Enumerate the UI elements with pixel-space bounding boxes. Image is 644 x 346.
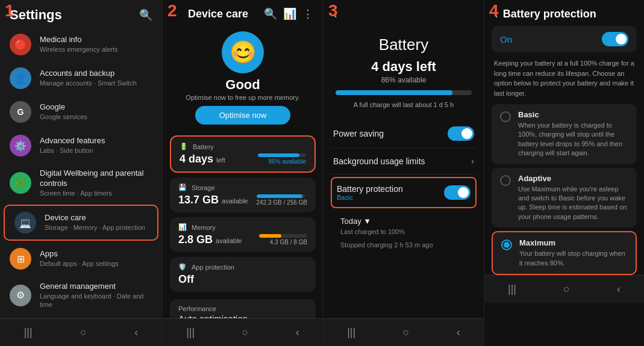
adaptive-option-text: Adaptive Use Maximum while you're asleep… — [518, 174, 628, 222]
status-emoji: 😊 — [222, 31, 264, 73]
nav-home-3[interactable]: ○ — [403, 326, 410, 339]
battery-days-left: 4 days left — [324, 59, 484, 75]
basic-radio[interactable] — [500, 111, 511, 122]
adaptive-radio[interactable] — [500, 175, 511, 186]
settings-item-desc: Wireless emergency alerts — [40, 45, 152, 54]
nav-back-3[interactable]: ‹ — [457, 326, 460, 339]
sidebar-item-accounts[interactable]: 👤 Accounts and backup Manage accounts · … — [0, 61, 162, 95]
bottom-nav-3: ||| ○ ‹ — [324, 318, 484, 346]
battery-protection-col: Battery protection Basic — [337, 184, 403, 201]
devicecare-header-icons: 🔍 📊 ⋮ — [264, 7, 313, 20]
panel-number-3: 3 — [328, 1, 338, 20]
memory-info: 4.3 GB / 8 GB — [259, 239, 307, 246]
storage-card[interactable]: 💾 Storage 13.7 GB available 242.3 GB / 2… — [170, 178, 316, 212]
battery-icon: 🔋 — [180, 143, 188, 150]
battery-protection-item[interactable]: Battery protection Basic — [331, 177, 477, 208]
battery-protection-main-toggle[interactable] — [602, 32, 628, 46]
battery-bar-container — [258, 153, 306, 157]
basic-option-title: Basic — [518, 110, 628, 119]
chart-icon[interactable]: 📊 — [283, 7, 296, 20]
battery-available: 86% available — [324, 76, 484, 84]
settings-title: Settings — [10, 7, 62, 23]
battery-available: 86% available — [258, 158, 306, 165]
settings-item-desc: Screen time · App timers — [40, 189, 152, 197]
sidebar-item-general[interactable]: ⚙ General management Language and keyboa… — [0, 276, 162, 315]
settings-item-text: Apps Default apps · App settings — [40, 249, 152, 268]
devicecare-icon: 💻 — [14, 212, 36, 233]
performance-card: Performance Auto optimisation — [170, 299, 316, 318]
battery-protection-label: Battery protection — [337, 184, 403, 194]
appprotection-card[interactable]: 🛡️ App protection Off — [170, 257, 316, 292]
settings-item-name: Apps — [40, 249, 152, 259]
battery-protection-toggle[interactable] — [444, 185, 470, 200]
memory-card[interactable]: 📊 Memory 2.8 GB available 4.3 GB / 8 GB — [170, 217, 316, 252]
battery-card[interactable]: 🔋 Battery 4 days left 86% available — [170, 135, 316, 173]
appprotection-value: Off — [178, 273, 307, 286]
settings-item-text: Google Google services — [40, 102, 152, 121]
maximum-option[interactable]: Maximum Your battery will stop charging … — [492, 231, 637, 275]
bottom-nav-4: ||| ○ ‹ — [484, 275, 644, 303]
basic-option[interactable]: Basic When your battery is charged to 10… — [492, 104, 637, 164]
settings-list: 🔴 Medical info Wireless emergency alerts… — [0, 28, 162, 318]
battery-progress-bar — [336, 90, 472, 95]
battery-card-row: 4 days left 86% available — [180, 153, 306, 165]
devicecare-cards: 🔋 Battery 4 days left 86% available 💾 S — [163, 135, 323, 318]
nav-recent-3[interactable]: ||| — [347, 326, 355, 339]
settings-item-name: Device care — [45, 213, 148, 223]
nav-home[interactable]: ○ — [80, 326, 87, 339]
memory-suffix: available — [216, 237, 242, 244]
maximum-radio[interactable] — [501, 239, 512, 250]
power-saving-item[interactable]: Power saving — [331, 119, 477, 149]
settings-item-desc: Storage · Memory · App protection — [45, 223, 148, 232]
nav-home-4[interactable]: ○ — [563, 283, 570, 295]
bg-usage-item[interactable]: Background usage limits › — [331, 149, 477, 175]
nav-home-2[interactable]: ○ — [242, 326, 249, 339]
apps-icon: ⊞ — [10, 248, 31, 270]
power-saving-toggle[interactable] — [448, 126, 474, 141]
accounts-icon: 👤 — [10, 67, 31, 89]
basic-option-desc: When your battery is charged to 100%, ch… — [518, 121, 628, 158]
memory-bar — [259, 234, 281, 238]
sidebar-item-apps[interactable]: ⊞ Apps Default apps · App settings — [0, 242, 162, 276]
sidebar-item-medical[interactable]: 🔴 Medical info Wireless emergency alerts — [0, 28, 162, 61]
battery-protection-title: Battery protection — [503, 8, 596, 20]
medical-icon: 🔴 — [10, 34, 31, 55]
bottom-nav: ||| ○ ‹ — [0, 318, 162, 346]
search-icon[interactable]: 🔍 — [264, 7, 277, 20]
panel-number-4: 4 — [489, 1, 499, 20]
nav-recent-4[interactable]: ||| — [508, 283, 516, 295]
memory-card-row: 2.8 GB available 4.3 GB / 8 GB — [178, 233, 307, 246]
settings-item-text: Medical info Wireless emergency alerts — [40, 35, 152, 54]
panel-number-1: 1 — [5, 1, 14, 20]
nav-back-4[interactable]: ‹ — [617, 283, 621, 295]
sidebar-item-google[interactable]: G Google Google services — [0, 95, 162, 129]
panel-devicecare: 2 Device care 🔍 📊 ⋮ 😊 Good Optimise now … — [163, 0, 324, 346]
adaptive-option[interactable]: Adaptive Use Maximum while you're asleep… — [492, 168, 637, 228]
settings-item-name: Google — [40, 102, 152, 113]
more-icon[interactable]: ⋮ — [302, 7, 313, 20]
settings-item-text: Device care Storage · Memory · App prote… — [45, 213, 148, 232]
sidebar-item-wellbeing[interactable]: 🌿 Digital Wellbeing and parental control… — [0, 162, 162, 203]
maximum-option-title: Maximum — [519, 238, 627, 247]
nav-recent-2[interactable]: ||| — [186, 326, 195, 339]
storage-card-header: 💾 Storage — [178, 184, 307, 191]
settings-item-desc: Google services — [40, 113, 152, 121]
sidebar-item-devicecare[interactable]: 💻 Device care Storage · Memory · App pro… — [4, 205, 158, 241]
settings-item-name: General management — [40, 282, 152, 292]
memory-value: 2.8 GB available — [178, 233, 242, 246]
nav-back-2[interactable]: ‹ — [296, 326, 299, 339]
nav-recent[interactable]: ||| — [24, 326, 33, 339]
battery-suffix: left — [216, 156, 225, 164]
appprotection-header: 🛡️ App protection — [178, 263, 307, 271]
settings-item-name: Accounts and backup — [40, 69, 152, 79]
search-icon[interactable]: 🔍 — [139, 8, 152, 22]
storage-info: 242.3 GB / 256 GB — [257, 199, 308, 206]
nav-back[interactable]: ‹ — [134, 326, 138, 339]
bottom-nav-2: ||| ○ ‹ — [163, 318, 323, 346]
sidebar-item-advanced[interactable]: ⚙️ Advanced features Labs · Side button — [0, 129, 162, 162]
general-icon: ⚙ — [10, 285, 31, 306]
basic-option-text: Basic When your battery is charged to 10… — [518, 110, 628, 158]
settings-item-text: Advanced features Labs · Side button — [40, 136, 152, 155]
optimise-button[interactable]: Optimise now — [195, 106, 291, 125]
storage-suffix: available — [222, 197, 248, 205]
